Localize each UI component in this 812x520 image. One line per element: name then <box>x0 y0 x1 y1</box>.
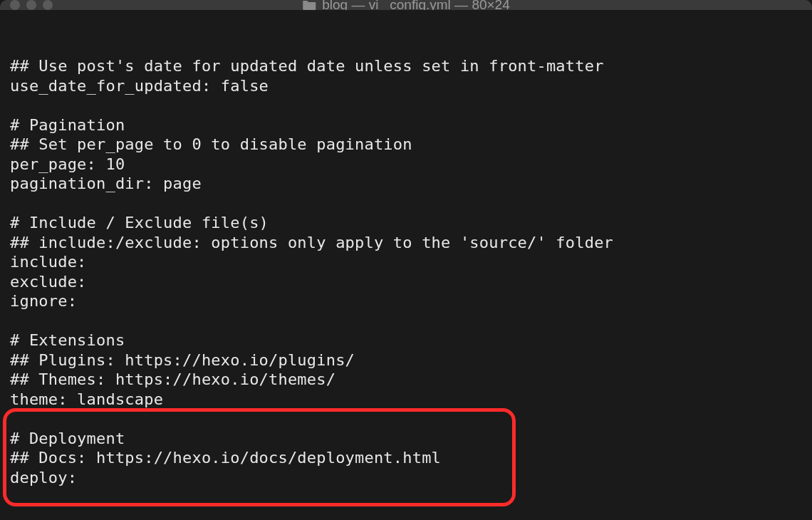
traffic-lights <box>10 0 53 10</box>
terminal-window: blog — vi _config.yml — 80×24 ## Use pos… <box>0 0 812 520</box>
terminal-body[interactable]: ## Use post's date for updated date unle… <box>0 10 812 520</box>
close-button[interactable] <box>10 0 20 10</box>
terminal-lines: ## Use post's date for updated date unle… <box>10 56 802 487</box>
zoom-button[interactable] <box>43 0 53 10</box>
titlebar[interactable]: blog — vi _config.yml — 80×24 <box>0 0 812 10</box>
minimize-button[interactable] <box>26 0 36 10</box>
folder-icon <box>302 0 316 11</box>
